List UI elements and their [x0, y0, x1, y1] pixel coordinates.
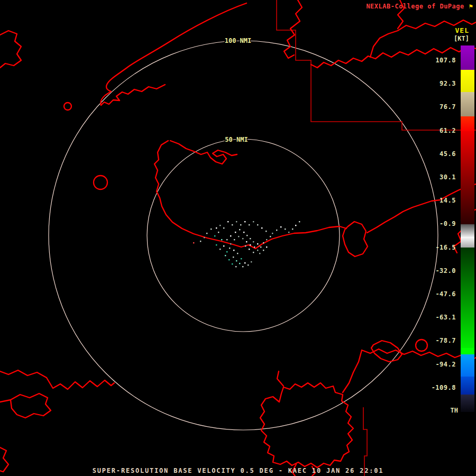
colorbar-segment [461, 237, 474, 248]
coastline-peninsula [101, 85, 165, 105]
river-tail [277, 371, 283, 386]
range-ring-label-100nmi: 100 NMI [225, 37, 252, 44]
product-title: SUPER-RESOLUTION BASE VELOCITY 0.5 DEG -… [0, 467, 476, 474]
lake-circle [416, 340, 427, 351]
range-ring-100nmi [49, 41, 438, 430]
colorbar-segment [461, 248, 474, 348]
colorbar-segment [461, 45, 474, 70]
coastline-northeast [367, 184, 476, 233]
colorbar-unit-bracket: [KT] [454, 35, 469, 42]
colorbar-threshold-label: TH [451, 407, 458, 414]
lake-outline-large [260, 383, 353, 468]
colorbar-unit-label: VEL [455, 26, 469, 34]
coastline-topleft [0, 31, 21, 68]
river-southeast [343, 350, 362, 392]
brand-text: NEXLAB-College of DuPage [366, 3, 464, 10]
brand-flag-icon: ⚑ [469, 3, 473, 10]
county-boundary [363, 407, 367, 476]
radar-map: 100 NMI 50 NMI [0, 0, 476, 476]
colorbar-segment [461, 348, 474, 354]
range-ring-label-50nmi: 50 NMI [225, 136, 248, 143]
radar-echoes [193, 221, 300, 267]
coastline-top-arc [100, 3, 246, 105]
coastline-topright-band [311, 47, 476, 68]
brand-header: NEXLAB-College of DuPage ⚑ [366, 3, 473, 10]
colorbar-segment [461, 131, 474, 224]
lake-circle [94, 176, 107, 189]
colorbar-segment [461, 354, 474, 377]
island-outline [343, 222, 368, 257]
coastline-central [154, 141, 346, 249]
radar-viewer: 100 NMI 50 NMI NEXLAB-College of DuPage … [0, 0, 476, 476]
coastline-inlet [170, 141, 237, 164]
lake-circle [64, 103, 71, 110]
coastline-topright-zigzag [284, 0, 302, 58]
colorbar-segment [461, 224, 474, 237]
colorbar-segment [461, 377, 474, 395]
range-ring-50nmi [147, 139, 340, 332]
island-southwest [0, 393, 51, 418]
colorbar-segment [461, 116, 474, 131]
colorbar-strip [461, 45, 474, 412]
county-boundary [277, 0, 476, 130]
colorbar-segment [461, 92, 474, 116]
colorbar-segment [461, 70, 474, 92]
colorbar-segment [461, 395, 474, 412]
coastline-southwest [0, 370, 114, 389]
